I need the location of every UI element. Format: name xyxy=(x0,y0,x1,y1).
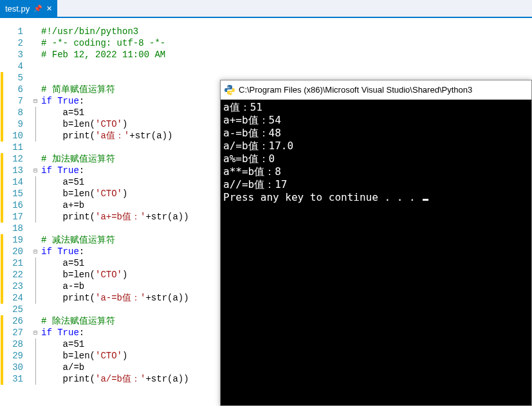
change-marker xyxy=(1,246,3,257)
fold-empty xyxy=(30,26,41,37)
fold-empty xyxy=(30,315,41,327)
cursor-icon xyxy=(423,199,428,201)
fold-guide xyxy=(30,130,41,142)
line-number: 9 xyxy=(4,118,23,130)
line-number: 7 xyxy=(4,95,23,107)
console-line: a/=b值：17.0 xyxy=(223,140,529,152)
fold-guide xyxy=(30,199,41,211)
change-marker xyxy=(1,211,3,223)
fold-guide xyxy=(30,373,41,385)
code-line[interactable]: # Feb 12, 2022 11:00 AM xyxy=(41,49,532,60)
line-number: 20 xyxy=(4,246,23,257)
console-line: Press any key to continue . . . xyxy=(223,191,529,204)
console-titlebar[interactable]: C:\Program Files (x86)\Microsoft Visual … xyxy=(221,80,531,100)
code-line[interactable]: #!/usr/bin/python3 xyxy=(41,26,532,37)
change-marker xyxy=(1,72,3,84)
line-number: 1 xyxy=(4,26,23,37)
line-number: 4 xyxy=(4,60,23,72)
fold-empty xyxy=(30,142,41,153)
fold-toggle-icon[interactable]: ⊟ xyxy=(30,95,41,107)
fold-guide xyxy=(30,338,41,350)
fold-toggle-icon[interactable]: ⊟ xyxy=(30,246,41,257)
line-number: 23 xyxy=(4,281,23,292)
change-marker xyxy=(1,199,3,211)
line-number: 26 xyxy=(4,315,23,327)
close-icon[interactable]: ✕ xyxy=(46,5,52,13)
line-numbers: 1234567891011121314151617181920212223242… xyxy=(4,18,30,406)
change-marker xyxy=(1,292,3,304)
change-marker xyxy=(1,350,3,362)
change-marker xyxy=(1,281,3,292)
fold-toggle-icon[interactable]: ⊟ xyxy=(30,165,41,176)
console-line: a+=b值：54 xyxy=(223,114,529,127)
line-number: 17 xyxy=(4,211,23,223)
change-marker xyxy=(1,223,3,234)
fold-guide xyxy=(30,292,41,304)
code-line[interactable] xyxy=(41,60,532,72)
change-marker xyxy=(1,315,3,327)
line-number: 30 xyxy=(4,362,23,373)
fold-empty xyxy=(30,234,41,246)
change-marker xyxy=(1,269,3,281)
change-marker xyxy=(1,338,3,350)
fold-empty xyxy=(30,304,41,315)
line-number: 27 xyxy=(4,327,23,338)
fold-guide xyxy=(30,176,41,188)
change-marker xyxy=(1,257,3,269)
line-number: 6 xyxy=(4,84,23,95)
line-number: 14 xyxy=(4,176,23,188)
console-title-text: C:\Program Files (x86)\Microsoft Visual … xyxy=(239,85,472,95)
change-marker xyxy=(1,373,3,385)
line-number: 24 xyxy=(4,292,23,304)
tab-filename: test.py xyxy=(5,4,30,14)
console-line: a值：51 xyxy=(223,101,529,114)
line-number: 13 xyxy=(4,165,23,176)
change-marker xyxy=(1,327,3,338)
line-number: 15 xyxy=(4,188,23,199)
change-marker xyxy=(1,165,3,176)
fold-guide xyxy=(30,269,41,281)
line-number: 18 xyxy=(4,223,23,234)
line-number: 31 xyxy=(4,373,23,385)
change-marker xyxy=(1,362,3,373)
code-line[interactable]: # -*- coding: utf-8 -*- xyxy=(41,37,532,49)
console-window[interactable]: C:\Program Files (x86)\Microsoft Visual … xyxy=(220,80,532,406)
fold-guide xyxy=(30,281,41,292)
line-number: 10 xyxy=(4,130,23,142)
change-marker xyxy=(1,304,3,315)
fold-guide xyxy=(30,362,41,373)
change-marker xyxy=(1,26,3,37)
line-number: 19 xyxy=(4,234,23,246)
fold-empty xyxy=(30,72,41,84)
console-line: a-=b值：48 xyxy=(223,127,529,140)
line-number: 29 xyxy=(4,350,23,362)
line-number: 5 xyxy=(4,72,23,84)
line-number: 25 xyxy=(4,304,23,315)
fold-toggle-icon[interactable]: ⊟ xyxy=(30,327,41,338)
fold-empty xyxy=(30,223,41,234)
fold-guide xyxy=(30,211,41,223)
fold-guide xyxy=(30,188,41,199)
console-line: a**=b值：8 xyxy=(223,165,529,178)
pin-icon[interactable]: 📌 xyxy=(33,5,42,13)
fold-guide xyxy=(30,118,41,130)
console-output: a值：51a+=b值：54a-=b值：48a/=b值：17.0a%=b值：0a*… xyxy=(221,100,531,405)
line-number: 21 xyxy=(4,257,23,269)
change-marker xyxy=(1,118,3,130)
change-marker xyxy=(1,37,3,49)
line-number: 28 xyxy=(4,338,23,350)
file-tab[interactable]: test.py 📌 ✕ xyxy=(0,0,57,17)
fold-empty xyxy=(30,37,41,49)
change-marker xyxy=(1,153,3,165)
fold-empty xyxy=(30,153,41,165)
python-icon xyxy=(225,85,235,95)
fold-column: ⊟⊟⊟⊟ xyxy=(30,18,41,406)
fold-empty xyxy=(30,60,41,72)
change-marker xyxy=(1,130,3,142)
fold-guide xyxy=(30,107,41,118)
change-marker xyxy=(1,176,3,188)
console-line: a//=b值：17 xyxy=(223,178,529,191)
fold-guide xyxy=(30,350,41,362)
change-marker xyxy=(1,188,3,199)
change-marker xyxy=(1,107,3,118)
